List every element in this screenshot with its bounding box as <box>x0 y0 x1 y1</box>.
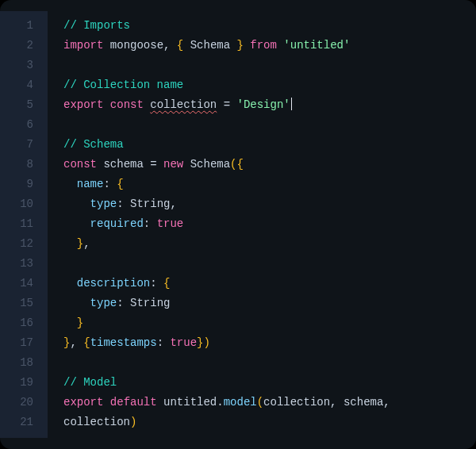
punct: , <box>170 198 176 210</box>
line-number: 16 <box>0 313 48 333</box>
brace: { <box>163 277 170 290</box>
punct: : <box>117 198 123 210</box>
comment-token: // Imports <box>63 19 130 32</box>
code-line <box>63 115 476 135</box>
property: timestamps <box>90 336 157 349</box>
line-number: 7 <box>0 135 48 155</box>
brace: } <box>77 317 83 329</box>
code-line: // Schema <box>63 135 476 155</box>
punct: : <box>103 178 109 190</box>
property: name <box>77 178 104 190</box>
indent <box>63 217 90 230</box>
line-number: 13 <box>0 254 48 274</box>
line-number: 15 <box>0 294 48 313</box>
identifier: untitled <box>163 396 217 409</box>
paren: ( <box>257 396 263 409</box>
paren: ) <box>203 336 209 349</box>
brace: } <box>237 39 244 52</box>
keyword-const: const <box>110 98 144 111</box>
code-line: const schema = new Schema({ <box>63 155 476 175</box>
keyword-export: export <box>63 98 103 111</box>
code-line: } <box>63 313 476 333</box>
paren: ( <box>230 158 236 171</box>
line-number: 18 <box>0 353 48 373</box>
line-number-gutter: 1 2 3 4 5 6 7 8 9 10 11 12 13 14 15 16 1… <box>0 11 48 438</box>
line-number: 20 <box>0 393 48 413</box>
comment-token: // Model <box>63 376 117 389</box>
indent <box>63 277 77 290</box>
code-line <box>63 353 476 373</box>
line-number: 21 <box>0 413 48 432</box>
indent <box>63 317 77 329</box>
code-line: }, <box>63 234 476 254</box>
punct: . <box>217 396 223 409</box>
comment-token: // Schema <box>63 138 124 151</box>
keyword-default: default <box>110 396 157 409</box>
indent <box>63 178 77 190</box>
punct: = <box>150 158 156 171</box>
line-number: 10 <box>0 194 48 214</box>
brace: } <box>77 237 83 250</box>
type-name: String <box>130 198 170 210</box>
code-editor: 1 2 3 4 5 6 7 8 9 10 11 12 13 14 15 16 1… <box>0 0 476 449</box>
identifier: Schema <box>190 39 230 52</box>
line-number: 3 <box>0 56 48 75</box>
code-line: // Model <box>63 373 476 393</box>
keyword-true: true <box>157 217 184 230</box>
identifier: collection <box>263 396 330 409</box>
code-line: name: { <box>63 175 476 194</box>
code-line: // Collection name <box>63 75 476 95</box>
identifier: mongoose <box>110 39 163 52</box>
code-line: export const collection = 'Design' <box>63 95 476 115</box>
line-number: 1 <box>0 16 48 36</box>
keyword-import: import <box>63 39 103 52</box>
punct: , <box>163 39 170 52</box>
string-literal: 'untitled' <box>283 39 350 52</box>
keyword-true: true <box>170 336 197 349</box>
brace: { <box>237 158 244 171</box>
identifier: schema <box>103 158 143 171</box>
punct: : <box>157 336 163 349</box>
code-content[interactable]: // Imports import mongoose, { Schema } f… <box>48 11 476 438</box>
brace: { <box>117 178 123 190</box>
line-number: 11 <box>0 214 48 234</box>
keyword-from: from <box>250 39 277 52</box>
punct: , <box>383 396 390 409</box>
line-number: 17 <box>0 333 48 353</box>
method-name: model <box>224 396 257 409</box>
keyword-const: const <box>63 158 97 171</box>
identifier: schema <box>344 396 383 409</box>
punct: : <box>117 297 123 309</box>
line-number: 19 <box>0 373 48 393</box>
code-line: // Imports <box>63 16 476 36</box>
line-number: 4 <box>0 75 48 95</box>
code-line: type: String, <box>63 194 476 214</box>
paren: ) <box>130 416 136 428</box>
comment-token: // Collection name <box>63 79 183 91</box>
line-number: 9 <box>0 175 48 194</box>
punct: : <box>150 277 156 290</box>
code-line: required: true <box>63 214 476 234</box>
code-line: description: { <box>63 274 476 294</box>
property: type <box>90 198 117 210</box>
brace: { <box>83 336 90 349</box>
line-number: 12 <box>0 234 48 254</box>
line-number: 6 <box>0 115 48 135</box>
indent <box>63 237 77 250</box>
code-line: import mongoose, { Schema } from 'untitl… <box>63 36 476 56</box>
indent <box>63 198 90 210</box>
identifier: collection <box>63 416 130 428</box>
identifier-lint-warning: collection <box>150 98 217 111</box>
property: description <box>77 277 150 290</box>
property: type <box>90 297 117 309</box>
type-name: String <box>130 297 170 309</box>
brace: { <box>177 39 183 52</box>
text-cursor <box>291 98 293 110</box>
code-line <box>63 56 476 75</box>
line-number: 14 <box>0 274 48 294</box>
keyword-new: new <box>163 158 183 171</box>
punct: : <box>144 217 150 230</box>
property: required <box>90 217 144 230</box>
code-line <box>63 254 476 274</box>
line-number: 2 <box>0 36 48 56</box>
